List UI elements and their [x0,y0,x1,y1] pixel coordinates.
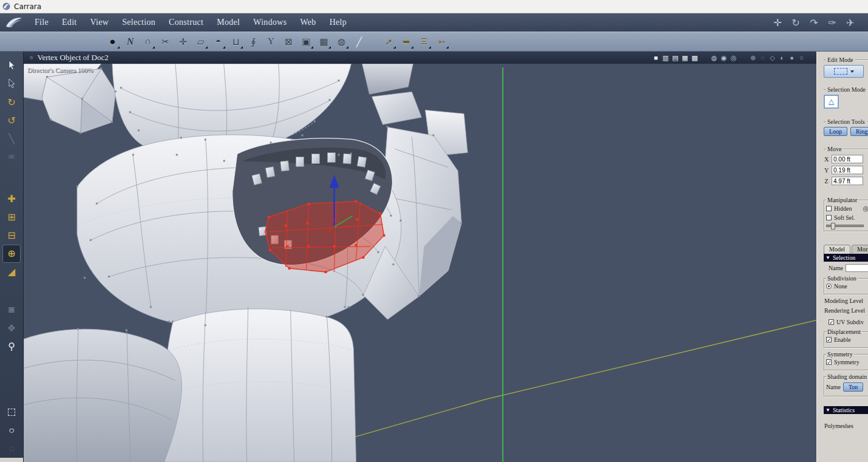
window-title: Carrara [14,2,41,11]
half-sphere-mode-icon[interactable]: ◐ [778,54,786,61]
move-y-input[interactable] [832,166,863,174]
zoom-tool-icon[interactable]: ⚲ [2,337,21,355]
extrude-tool-icon[interactable]: ⊔ [228,34,244,50]
statistics-section-bar[interactable]: ▼ Statistics [824,406,868,414]
viewport-header[interactable]: ○ Vertex Object of Doc2 ■ ▥ ▤ ▦ ▩ ◍ ◉ ◎ … [24,52,816,64]
menu-web[interactable]: Web [293,18,322,27]
globe-wire-icon[interactable]: ◍ [710,54,718,62]
menu-construct[interactable]: Construct [162,18,210,27]
taper-tool-icon[interactable]: Ξ [416,34,432,50]
camera-orbit-icon[interactable]: ↻ [787,17,805,29]
menu-model[interactable]: Model [210,18,246,27]
move-x-input[interactable] [832,155,863,163]
selection-section-bar[interactable]: ▼ Selection [824,254,868,262]
symmetry-checkbox[interactable]: ✓ [826,359,832,365]
tab-morph[interactable]: Morph [852,245,868,254]
dome-tool-icon[interactable]: ◓ [210,34,226,50]
slider-thumb[interactable] [831,223,835,229]
split-two-view-icon[interactable]: ▥ [662,54,670,62]
move-y-row: Y [824,166,868,174]
sphere-light-mode-icon[interactable]: ○ [798,54,805,61]
menu-selection[interactable]: Selection [115,18,162,27]
menu-view[interactable]: View [84,18,116,27]
weld-tool-icon[interactable]: ✛ [175,34,191,50]
window-titlebar: Carrara [0,0,868,13]
camera-bank-icon[interactable]: ↷ [805,17,823,29]
scale-tool-icon[interactable]: ⊞ [2,208,21,226]
collapse-icon: ▼ [826,408,830,413]
scissors-tool-icon[interactable]: ✂ [157,34,174,50]
stack-tool-icon[interactable]: ▣ [298,34,314,50]
delete-face-tool-icon[interactable]: ⊠ [280,34,297,50]
split-rows-view-icon[interactable]: ▤ [671,54,679,62]
y-axis-label: Y [824,167,829,174]
wrap-tool-icon[interactable]: ▦ [316,34,332,50]
hidden-checkbox[interactable] [826,206,832,211]
sphere-solid-mode-icon[interactable]: ● [788,54,796,61]
lasso-select-icon[interactable]: ○ [2,421,21,440]
camera-glide-icon[interactable]: ✈ [841,17,860,29]
enable-checkbox[interactable]: ✓ [826,337,832,342]
single-view-icon[interactable]: ■ [652,54,660,61]
ramp-tool-icon[interactable]: ◢ [2,263,21,281]
subdivision-group: Subdivision None [824,278,868,294]
dashed-circle-mode-icon[interactable]: ◌ [759,54,767,61]
lathe-tool-icon[interactable]: Y [263,34,279,50]
camera-track-icon[interactable]: ✑ [823,17,841,29]
menu-file[interactable]: File [28,18,55,27]
flip-tool-icon[interactable]: ➥ [398,34,415,50]
menu-windows[interactable]: Windows [246,18,293,27]
shading-domain-button[interactable]: Ton [843,382,863,392]
edit-mode-button[interactable] [824,65,864,78]
marquee-select-icon[interactable] [2,403,21,421]
sphere-tool-icon[interactable]: ● [104,34,121,50]
twist-tool-icon[interactable]: ∮ [245,34,262,50]
camera-tool-icon[interactable]: ◙ [2,301,21,319]
manipulator-sphere-icon[interactable]: ◎ [863,205,868,212]
viewport-canvas[interactable]: Director's Camera 100% [24,64,816,462]
displacement-label: Displacement [826,328,862,335]
camera-pan-icon[interactable]: ✛ [768,17,787,29]
menu-help[interactable]: Help [323,18,353,27]
hand-tool-icon[interactable]: ❖ [2,319,21,337]
target-mode-icon[interactable]: ⊕ [749,54,757,62]
menu-edit[interactable]: Edit [55,18,84,27]
name-input[interactable] [846,264,868,272]
move-z-input[interactable] [832,177,863,185]
edge-line-tool-icon[interactable]: ╱ [351,34,367,50]
paint-select-icon[interactable]: ◌ [2,440,21,458]
deform-tool-icon[interactable]: ➚ [381,34,397,50]
panel-resize-gutter[interactable] [816,52,821,462]
viewport-title: Vertex Object of Doc2 [37,53,108,63]
globe-shaded-icon[interactable]: ◉ [720,54,728,62]
shading-name-label: Name [826,384,841,390]
spin-tool-icon[interactable]: ↺ [2,111,21,129]
link-tool-icon[interactable]: ∞ [2,148,21,166]
move-tool-icon[interactable]: ✚ [2,190,21,208]
rotate-tool-icon[interactable]: ↻ [2,93,21,111]
symmetry-label: Symmetry [826,351,854,358]
ring-button[interactable]: Ring [850,127,868,136]
direct-select-tool-icon[interactable] [2,75,21,93]
loop-button[interactable]: Loop [824,127,847,136]
uv-subdiv-checkbox[interactable]: ✓ [829,319,834,325]
select-tool-icon[interactable] [2,56,21,75]
pick-tool-icon[interactable]: ╲ [2,129,21,148]
soft-sel-checkbox[interactable] [826,215,832,220]
split-grid-view-icon[interactable]: ▩ [691,54,699,62]
modeling-toolbar: ● N ∩ ✂ ✛ ▱ ◓ ⊔ ∮ Y ⊠ ▣ ▦ ◍ ╱ ➚ ➥ Ξ ➳ [0,32,868,52]
smooth-tool-icon[interactable]: ◍ [333,34,350,50]
polygon-tool-icon[interactable]: ▱ [192,34,209,50]
polyline-tool-icon[interactable]: N [122,34,138,50]
cube-mode-icon[interactable]: ◇ [768,54,776,62]
none-radio[interactable] [826,284,832,289]
universal-manipulator-icon[interactable]: ⊕ [2,245,21,263]
soft-sel-slider[interactable] [826,225,864,227]
split-four-view-icon[interactable]: ▦ [681,54,689,62]
selection-mode-button[interactable]: △ [824,95,839,109]
tab-model[interactable]: Model [824,245,850,254]
globe-outline-icon[interactable]: ◎ [730,54,737,62]
shear-tool-icon[interactable]: ⊟ [2,226,21,245]
magnet-tool-icon[interactable]: ∩ [140,34,156,50]
sculpt-tool-icon[interactable]: ➳ [433,34,450,50]
